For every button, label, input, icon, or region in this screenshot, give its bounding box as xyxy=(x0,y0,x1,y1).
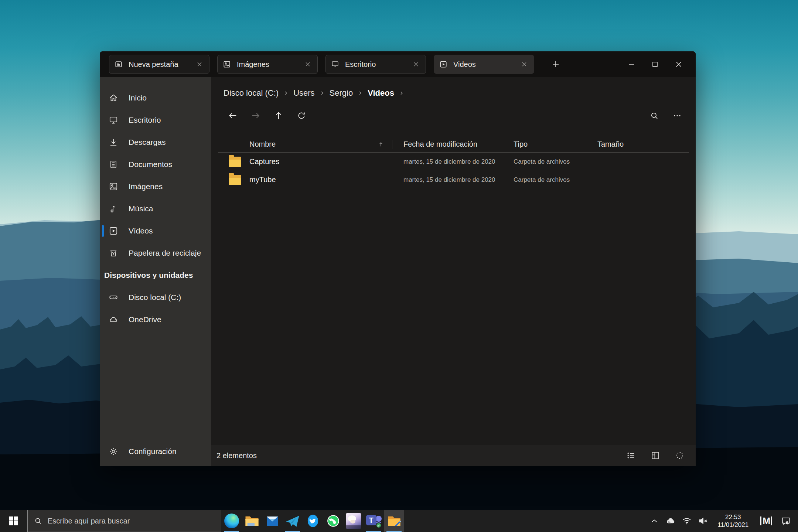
tab-close-icon[interactable] xyxy=(412,60,420,69)
sidebar-item-inicio[interactable]: Inicio xyxy=(100,87,211,109)
ime-letter: M xyxy=(763,516,770,526)
sidebar-item-imagenes[interactable]: Imágenes xyxy=(100,175,211,198)
sidebar-item-label: Disco local (C:) xyxy=(129,293,181,302)
tab-imagenes[interactable]: Imágenes xyxy=(217,55,318,74)
search-button[interactable] xyxy=(646,108,662,123)
sidebar-item-descargas[interactable]: Descargas xyxy=(100,131,211,153)
search-input[interactable] xyxy=(48,517,203,525)
folder-icon xyxy=(229,175,249,185)
search-icon xyxy=(34,516,42,525)
start-button[interactable] xyxy=(0,510,27,532)
file-list-header: Nombre Fecha de modificación Tipo Tamaño xyxy=(218,136,689,153)
details-view-icon[interactable] xyxy=(624,449,638,463)
breadcrumb-segment[interactable]: Disco local (C:) xyxy=(224,88,279,98)
sidebar-item-videos[interactable]: Vídeos xyxy=(100,220,211,242)
column-header-tipo[interactable]: Tipo xyxy=(514,140,597,149)
tab-escritorio[interactable]: Escritorio xyxy=(325,55,426,74)
clock-time: 22:53 xyxy=(717,513,748,521)
cloud-icon xyxy=(108,314,119,325)
monitor-icon xyxy=(108,115,119,126)
file-type: Carpeta de archivos xyxy=(514,176,597,184)
files-app-window: Nueva pestaña Imágenes Escritorio xyxy=(100,51,696,466)
sidebar-item-onedrive[interactable]: OneDrive xyxy=(100,308,211,331)
back-button[interactable] xyxy=(225,108,241,123)
tab-label: Nueva pestaña xyxy=(129,60,178,69)
close-button[interactable] xyxy=(667,55,690,74)
sidebar-section-devices: Dispositivos y unidades xyxy=(100,264,211,286)
new-tab-button[interactable] xyxy=(548,57,563,72)
sidebar-item-configuracion[interactable]: Configuración xyxy=(100,440,211,463)
file-name: myTube xyxy=(249,175,403,184)
selection-icon[interactable] xyxy=(673,449,687,463)
breadcrumb-chevron-icon xyxy=(320,90,324,96)
breadcrumb-segment-current[interactable]: Videos xyxy=(368,88,394,98)
tab-close-icon[interactable] xyxy=(195,60,204,69)
breadcrumb-chevron-icon xyxy=(358,90,362,96)
column-header-fecha[interactable]: Fecha de modificación xyxy=(403,140,514,149)
anime-avatar-icon xyxy=(346,513,361,529)
file-row-captures[interactable]: Captures martes, 15 de diciembre de 2020… xyxy=(218,153,689,171)
more-options-button[interactable] xyxy=(669,108,685,123)
maximize-button[interactable] xyxy=(643,55,667,74)
breadcrumb-segment[interactable]: Users xyxy=(293,88,314,98)
sidebar-item-label: Música xyxy=(129,204,153,213)
tab-close-icon[interactable] xyxy=(303,60,312,69)
breadcrumb-chevron-icon xyxy=(284,90,288,96)
taskbar-app-twitter[interactable] xyxy=(303,510,323,532)
column-header-nombre[interactable]: Nombre xyxy=(249,140,403,149)
sidebar-item-disco-local[interactable]: Disco local (C:) xyxy=(100,286,211,308)
teams-icon: T xyxy=(366,514,382,528)
tab-close-icon[interactable] xyxy=(520,60,529,69)
tab-videos[interactable]: Videos xyxy=(434,55,534,74)
notification-center-icon[interactable] xyxy=(780,515,792,527)
taskbar-app-anime-avatar[interactable] xyxy=(343,510,364,532)
sidebar: Inicio Escritorio Descargas Documentos xyxy=(100,77,211,466)
taskbar-app-telegram[interactable] xyxy=(282,510,303,532)
minimize-button[interactable] xyxy=(620,55,643,74)
document-icon xyxy=(108,159,119,170)
sidebar-item-label: Documentos xyxy=(129,160,172,169)
taskbar-app-mail[interactable] xyxy=(262,510,282,532)
tray-wifi-icon[interactable] xyxy=(681,515,693,527)
taskbar-search[interactable] xyxy=(27,510,221,532)
file-row-mytube[interactable]: myTube martes, 15 de diciembre de 2020 C… xyxy=(218,171,689,189)
sidebar-item-escritorio[interactable]: Escritorio xyxy=(100,109,211,131)
tab-bar: Nueva pestaña Imágenes Escritorio xyxy=(100,51,696,77)
forward-button[interactable] xyxy=(248,108,264,123)
ime-indicator[interactable]: M xyxy=(757,516,776,526)
refresh-button[interactable] xyxy=(293,108,310,123)
taskbar-app-file-explorer[interactable] xyxy=(242,510,262,532)
layout-view-icon[interactable] xyxy=(648,449,662,463)
file-list: Nombre Fecha de modificación Tipo Tamaño… xyxy=(218,136,689,189)
sidebar-item-label: Vídeos xyxy=(129,226,153,235)
taskbar: T 22:53 xyxy=(0,510,798,532)
ime-bar xyxy=(760,516,761,525)
sort-ascending-icon xyxy=(378,141,384,148)
music-icon xyxy=(108,203,119,214)
new-tab-page-icon xyxy=(114,59,123,69)
sidebar-item-documentos[interactable]: Documentos xyxy=(100,153,211,175)
taskbar-app-edge[interactable] xyxy=(221,510,242,532)
clock-date: 11/01/2021 xyxy=(717,521,748,529)
tray-clock[interactable]: 22:53 11/01/2021 xyxy=(713,513,753,529)
sidebar-item-musica[interactable]: Música xyxy=(100,198,211,220)
sidebar-item-papelera[interactable]: Papelera de reciclaje xyxy=(100,242,211,264)
taskbar-app-whatsapp[interactable] xyxy=(323,510,343,532)
taskbar-app-files-active[interactable] xyxy=(384,510,404,532)
video-icon xyxy=(108,225,119,236)
file-type: Carpeta de archivos xyxy=(514,158,597,166)
up-button[interactable] xyxy=(270,108,287,123)
file-modified: martes, 15 de diciembre de 2020 xyxy=(403,158,514,166)
tray-volume-muted-icon[interactable] xyxy=(697,515,709,527)
column-separator xyxy=(392,140,392,149)
file-explorer-icon xyxy=(244,513,260,529)
taskbar-app-teams[interactable]: T xyxy=(364,510,384,532)
tab-nueva-pestana[interactable]: Nueva pestaña xyxy=(109,55,209,74)
tray-onedrive-icon[interactable] xyxy=(664,515,677,527)
sidebar-item-label: Inicio xyxy=(129,93,147,102)
tray-chevron-up-icon[interactable] xyxy=(648,515,661,527)
column-header-tamano[interactable]: Tamaño xyxy=(597,140,689,149)
videos-tab-icon xyxy=(439,59,448,69)
sidebar-item-label: Escritorio xyxy=(129,116,161,125)
breadcrumb-segment[interactable]: Sergio xyxy=(330,88,353,98)
